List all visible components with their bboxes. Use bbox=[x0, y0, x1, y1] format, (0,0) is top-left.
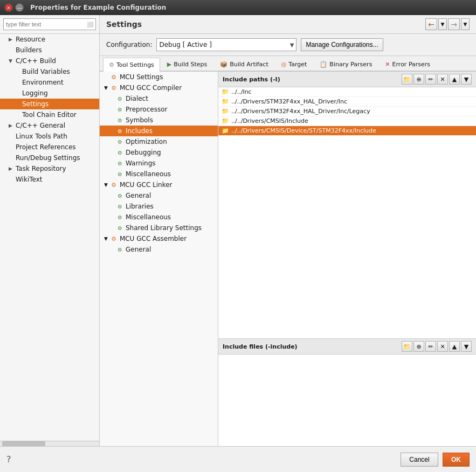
include-path-row-selected[interactable]: 📁 ../../Drivers/CMSIS/Device/ST/STM32F4x… bbox=[218, 126, 476, 136]
add-file-button[interactable]: 📁 bbox=[402, 341, 412, 352]
include-path-value: ../../Inc bbox=[231, 88, 252, 95]
sidebar-item-cc-general[interactable]: ▶ C/C++ General bbox=[0, 120, 99, 131]
tab-error-parsers[interactable]: ✕ Error Parsers bbox=[379, 58, 436, 71]
tab-target[interactable]: ◎ Target bbox=[275, 58, 313, 71]
settings-item-optimization[interactable]: ⚙ Optimization bbox=[100, 136, 218, 147]
add-workspace-icon: ⊕ bbox=[416, 76, 421, 83]
settings-item-miscellaneous[interactable]: ⚙ Miscellaneous bbox=[100, 169, 218, 179]
nav-forward-button[interactable]: → bbox=[448, 18, 460, 30]
leaf-icon: ⚙ bbox=[118, 107, 122, 113]
sidebar-item-run-debug[interactable]: Run/Debug Settings bbox=[0, 152, 99, 163]
sidebar-item-builders[interactable]: Builders bbox=[0, 45, 99, 55]
include-path-row[interactable]: 📁 ../../Drivers/CMSIS/Include bbox=[218, 116, 476, 126]
sidebar-item-cc-build[interactable]: ▼ C/C++ Build bbox=[0, 55, 99, 66]
target-icon: ◎ bbox=[281, 61, 287, 68]
sidebar-item-label: C/C++ General bbox=[16, 122, 65, 129]
include-path-row[interactable]: 📁 ../../Drivers/STM32F4xx_HAL_Driver/Inc bbox=[218, 97, 476, 107]
sidebar-item-label: Environment bbox=[22, 79, 64, 86]
arrow-spacer bbox=[111, 107, 116, 112]
include-path-row[interactable]: 📁 ../../Drivers/STM32F4xx_HAL_Driver/Inc… bbox=[218, 107, 476, 116]
nav-back-button[interactable]: ← bbox=[425, 18, 437, 30]
settings-item-shared-library[interactable]: ⚙ Shared Library Settings bbox=[100, 223, 218, 233]
delete-include-button[interactable]: ✕ bbox=[437, 74, 448, 85]
leaf-icon: ⚙ bbox=[118, 128, 122, 134]
settings-item-general-assembler[interactable]: ⚙ General bbox=[100, 244, 218, 255]
tab-build-steps[interactable]: ▶ Build Steps bbox=[161, 58, 213, 71]
minimize-button[interactable]: — bbox=[15, 3, 24, 12]
settings-item-general-linker[interactable]: ⚙ General bbox=[100, 190, 218, 201]
settings-item-preprocessor[interactable]: ⚙ Preprocessor bbox=[100, 104, 218, 115]
settings-item-mcu-settings[interactable]: ⚙ MCU Settings bbox=[100, 72, 218, 82]
settings-item-label: MCU GCC Assembler bbox=[120, 235, 187, 242]
settings-item-label: Optimization bbox=[126, 138, 167, 145]
include-path-value: ../../Drivers/STM32F4xx_HAL_Driver/Inc/L… bbox=[231, 108, 370, 115]
tab-binary-parsers[interactable]: 📋 Binary Parsers bbox=[314, 58, 378, 71]
settings-item-includes[interactable]: ⚙ Includes bbox=[100, 126, 218, 136]
sidebar-item-label: Linux Tools Path bbox=[16, 133, 67, 140]
filter-clear-icon[interactable]: ⬜ bbox=[87, 22, 93, 27]
config-select[interactable]: Debug [ Active ] ▼ bbox=[156, 38, 296, 51]
add-workspace-file-button[interactable]: ⊕ bbox=[413, 341, 424, 352]
leaf-icon: ⚙ bbox=[118, 139, 122, 145]
back-icon: ← bbox=[428, 20, 434, 29]
sidebar-item-build-variables[interactable]: Build Variables bbox=[0, 66, 99, 77]
settings-item-label: Includes bbox=[126, 127, 153, 135]
settings-item-mcu-gcc-linker[interactable]: ▼ ⚙ MCU GCC Linker bbox=[100, 179, 218, 190]
tab-tool-settings[interactable]: ⚙ Tool Settings bbox=[103, 58, 160, 72]
leaf-icon: ⚙ bbox=[118, 204, 122, 210]
settings-item-misc-linker[interactable]: ⚙ Miscellaneous bbox=[100, 212, 218, 223]
settings-item-mcu-gcc-assembler[interactable]: ▼ ⚙ MCU GCC Assembler bbox=[100, 233, 218, 244]
help-icon[interactable]: ? bbox=[6, 454, 11, 464]
include-paths-header: Include paths (-I) 📁 ⊕ ✏ bbox=[218, 72, 476, 87]
settings-item-warnings[interactable]: ⚙ Warnings bbox=[100, 158, 218, 169]
move-down-include-button[interactable]: ▼ bbox=[461, 74, 472, 85]
settings-item-debugging[interactable]: ⚙ Debugging bbox=[100, 147, 218, 158]
config-bar: Configuration: Debug [ Active ] ▼ Manage… bbox=[100, 34, 476, 56]
bottom-bar: ? Cancel OK bbox=[0, 446, 476, 472]
ok-button[interactable]: OK bbox=[443, 453, 470, 467]
arrow-spacer bbox=[104, 74, 109, 80]
settings-item-libraries[interactable]: ⚙ Libraries bbox=[100, 201, 218, 212]
edit-include-button[interactable]: ✏ bbox=[425, 74, 436, 85]
include-paths-list: 📁 ../../Inc 📁 ../../Drivers/STM32F4xx_HA… bbox=[218, 87, 476, 338]
include-path-row[interactable]: 📁 ../../Inc bbox=[218, 87, 476, 97]
move-up-file-button[interactable]: ▲ bbox=[449, 341, 460, 352]
settings-item-label: MCU GCC Compiler bbox=[120, 84, 182, 92]
leaf-icon: ⚙ bbox=[118, 150, 122, 156]
filter-input-wrapper[interactable]: ⬜ bbox=[3, 18, 96, 30]
delete-icon: ✕ bbox=[440, 343, 445, 350]
main-container: ⬜ ▶ Resource Builders ▼ C/C++ Build bbox=[0, 15, 476, 472]
nav-forward-arrow-btn[interactable]: ▼ bbox=[461, 18, 470, 30]
sidebar-item-settings[interactable]: Settings bbox=[0, 99, 99, 109]
window-controls[interactable]: ✕ — bbox=[4, 3, 24, 12]
sidebar-item-tool-chain-editor[interactable]: Tool Chain Editor bbox=[0, 109, 99, 120]
leaf-icon: ⚙ bbox=[118, 171, 122, 177]
move-up-include-button[interactable]: ▲ bbox=[449, 74, 460, 85]
sidebar-item-environment[interactable]: Environment bbox=[0, 77, 99, 88]
include-path-value: ../../Drivers/STM32F4xx_HAL_Driver/Inc bbox=[231, 98, 347, 105]
right-header: Settings ← ▼ → ▼ bbox=[100, 15, 476, 34]
settings-item-mcu-gcc-compiler[interactable]: ▼ ⚙ MCU GCC Compiler bbox=[100, 82, 218, 93]
delete-file-button[interactable]: ✕ bbox=[437, 341, 448, 352]
settings-item-dialect[interactable]: ⚙ Dialect bbox=[100, 93, 218, 104]
close-button[interactable]: ✕ bbox=[4, 3, 13, 12]
sidebar-item-project-references[interactable]: Project References bbox=[0, 142, 99, 152]
add-include-button[interactable]: 📁 bbox=[402, 74, 412, 85]
cancel-button[interactable]: Cancel bbox=[401, 453, 438, 467]
add-workspace-include-button[interactable]: ⊕ bbox=[413, 74, 424, 85]
move-down-file-button[interactable]: ▼ bbox=[461, 341, 472, 352]
sidebar-item-wikitext[interactable]: WikiText bbox=[0, 174, 99, 185]
filter-input[interactable] bbox=[6, 21, 85, 27]
edit-file-button[interactable]: ✏ bbox=[425, 341, 436, 352]
select-arrow-icon: ▼ bbox=[290, 42, 294, 48]
nav-back-arrow-btn[interactable]: ▼ bbox=[438, 18, 447, 30]
sidebar-item-logging[interactable]: Logging bbox=[0, 88, 99, 99]
sidebar-item-resource[interactable]: ▶ Resource bbox=[0, 34, 99, 45]
left-panel-scrollbar[interactable] bbox=[0, 441, 99, 446]
tab-build-artifact[interactable]: 📦 Build Artifact bbox=[214, 58, 274, 71]
settings-item-symbols[interactable]: ⚙ Symbols bbox=[100, 115, 218, 126]
sidebar-item-label: C/C++ Build bbox=[16, 57, 56, 65]
sidebar-item-linux-tools[interactable]: Linux Tools Path bbox=[0, 131, 99, 142]
sidebar-item-task-repository[interactable]: ▶ Task Repository bbox=[0, 163, 99, 174]
manage-configurations-button[interactable]: Manage Configurations... bbox=[301, 38, 383, 51]
